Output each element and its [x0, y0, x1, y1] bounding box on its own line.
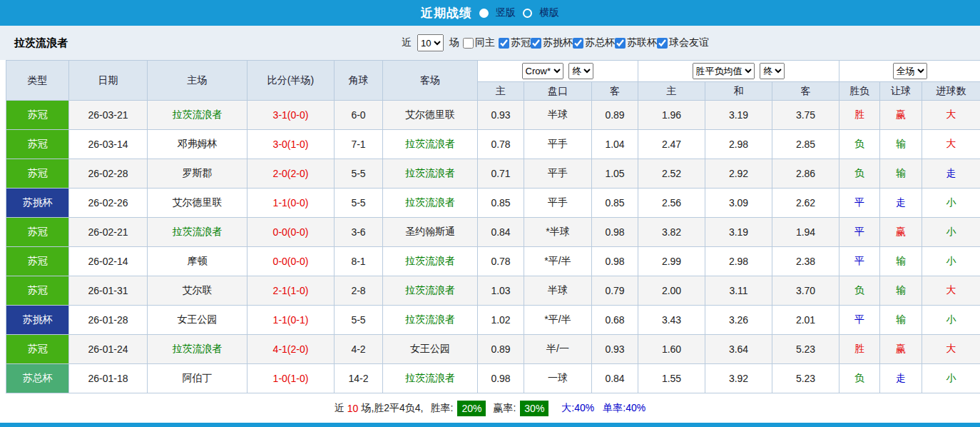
summary-count: 10 [347, 403, 359, 414]
cell-goals: 小 [922, 364, 980, 393]
cell-corner: 5-5 [335, 159, 383, 189]
cell-handicap: 半/一 [524, 335, 592, 364]
league-checkbox-label[interactable]: 苏联杯 [627, 36, 657, 49]
cell-euro-away-odds: 2.38 [772, 247, 839, 276]
same-home-label[interactable]: 同主 [475, 36, 495, 49]
league-checkbox-label[interactable]: 苏挑杯 [543, 36, 573, 49]
cell-euro-away-odds: 5.23 [772, 335, 839, 364]
cell-handicap: 一球 [524, 364, 592, 393]
cell-home-team: 艾尔德里联 [148, 189, 247, 218]
cell-handicap-result: 走 [880, 189, 922, 218]
cell-euro-draw-odds: 3.92 [705, 364, 772, 393]
cell-corner: 7-1 [335, 130, 383, 159]
vertical-layout-label[interactable]: 竖版 [496, 6, 516, 19]
cell-asian-away-odds: 0.68 [592, 306, 638, 335]
cell-date: 26-01-24 [69, 335, 148, 364]
table-row: 苏冠 26-02-14 摩顿 0-0(0-0) 8-1 拉茨流浪者 0.78 *… [6, 247, 980, 276]
cell-handicap-result: 输 [880, 130, 922, 159]
league-checkbox-label[interactable]: 苏总杯 [585, 36, 615, 49]
cell-home-team: 艾尔联 [148, 276, 247, 306]
cell-competition: 苏冠 [6, 218, 69, 247]
col-header-handicap: 盘口 [524, 82, 592, 101]
league-checkbox-label[interactable]: 苏冠 [511, 36, 531, 49]
cell-result: 平 [839, 306, 880, 335]
cell-asian-home-odds: 0.78 [478, 130, 524, 159]
cell-date: 26-02-21 [69, 218, 148, 247]
cell-result: 胜 [839, 335, 880, 364]
league-checkbox[interactable] [615, 38, 626, 49]
cell-date: 26-03-21 [69, 101, 148, 130]
match-count-select[interactable]: 10 [417, 34, 444, 51]
cell-date: 26-02-26 [69, 189, 148, 218]
cell-corner: 14-2 [335, 364, 383, 393]
same-home-checkbox[interactable] [463, 38, 474, 49]
table-row: 苏冠 26-03-21 拉茨流浪者 3-1(0-0) 6-0 艾尔德里联 0.9… [6, 101, 980, 130]
league-checkbox[interactable] [573, 38, 583, 49]
cell-asian-away-odds: 0.79 [592, 276, 638, 306]
cell-score: 2-0(2-0) [247, 159, 335, 189]
cell-asian-away-odds: 0.89 [592, 101, 638, 130]
table-row: 苏挑杯 26-02-26 艾尔德里联 1-1(0-0) 5-5 拉茨流浪者 0.… [6, 189, 980, 218]
cell-away-team: 拉茨流浪者 [383, 276, 478, 306]
europe-stage-select[interactable]: 终 [760, 63, 785, 79]
cell-euro-away-odds: 3.70 [772, 276, 839, 306]
cell-competition: 苏总杯 [6, 364, 69, 393]
col-header-score: 比分(半场) [247, 61, 335, 101]
cell-competition: 苏冠 [6, 101, 69, 130]
table-header: 类型 日期 主场 比分(半场) 角球 客场 Crow* 终 胜平负均值 终 [6, 61, 980, 101]
cell-handicap: *半球 [524, 218, 592, 247]
cell-date: 26-01-28 [69, 306, 148, 335]
cell-euro-home-odds: 3.43 [638, 306, 705, 335]
cell-competition: 苏冠 [6, 247, 69, 276]
col-header-result: 胜负 [839, 82, 880, 101]
col-header-date: 日期 [69, 61, 148, 101]
cell-euro-home-odds: 2.00 [638, 276, 705, 306]
cell-euro-home-odds: 2.56 [638, 189, 705, 218]
horizontal-layout-label[interactable]: 横版 [539, 6, 559, 19]
league-checkbox-label[interactable]: 球会友谊 [669, 36, 709, 49]
cell-euro-draw-odds: 2.98 [705, 130, 772, 159]
table-row: 苏挑杯 26-01-28 女王公园 1-1(0-1) 5-5 拉茨流浪者 1.0… [6, 306, 980, 335]
same-home-checkbox-group: 同主 [463, 36, 495, 49]
horizontal-layout-radio[interactable] [523, 9, 532, 18]
cell-corner: 5-5 [335, 306, 383, 335]
summary-win-rate-badge: 20% [457, 401, 486, 416]
cell-euro-home-odds: 3.82 [638, 218, 705, 247]
col-header-asian-home: 主 [478, 82, 524, 101]
cell-away-team: 拉茨流浪者 [383, 130, 478, 159]
table-row: 苏冠 26-01-31 艾尔联 2-1(1-0) 2-8 拉茨流浪者 1.03 … [6, 276, 980, 306]
cell-euro-home-odds: 2.47 [638, 130, 705, 159]
cell-asian-home-odds: 0.89 [478, 335, 524, 364]
cell-handicap-result: 赢 [880, 218, 922, 247]
bookmaker-select[interactable]: Crow* [522, 63, 563, 79]
cell-home-team: 女王公园 [148, 306, 247, 335]
team-name: 拉茨流浪者 [14, 36, 68, 50]
cell-score: 4-1(2-0) [247, 335, 335, 364]
col-header-euro-away: 客 [772, 82, 839, 101]
cell-corner: 4-2 [335, 335, 383, 364]
cell-goals: 小 [922, 306, 980, 335]
league-checkbox[interactable] [499, 38, 509, 49]
europe-odds-select[interactable]: 胜平负均值 [693, 63, 755, 79]
fulltime-select[interactable]: 全场 [893, 63, 927, 79]
cell-handicap: *平/半 [524, 247, 592, 276]
cell-euro-home-odds: 2.99 [638, 247, 705, 276]
vertical-layout-radio[interactable] [479, 9, 489, 18]
cell-euro-home-odds: 1.55 [638, 364, 705, 393]
summary-win-label: 胜率: [431, 402, 454, 415]
cell-goals: 小 [922, 218, 980, 247]
col-header-euro-home: 主 [638, 82, 705, 101]
col-header-goals: 进球数 [922, 82, 980, 101]
league-checkbox[interactable] [531, 38, 541, 49]
cell-handicap-result: 赢 [880, 335, 922, 364]
asian-stage-select[interactable]: 终 [568, 63, 593, 79]
cell-asian-away-odds: 0.98 [592, 247, 638, 276]
cell-asian-home-odds: 0.84 [478, 218, 524, 247]
league-checkbox[interactable] [657, 38, 668, 49]
cell-asian-home-odds: 0.93 [478, 101, 524, 130]
cell-corner: 6-0 [335, 101, 383, 130]
cell-away-team: 拉茨流浪者 [383, 159, 478, 189]
cell-result: 负 [839, 364, 880, 393]
cell-competition: 苏冠 [6, 276, 69, 306]
cell-handicap-result: 输 [880, 159, 922, 189]
